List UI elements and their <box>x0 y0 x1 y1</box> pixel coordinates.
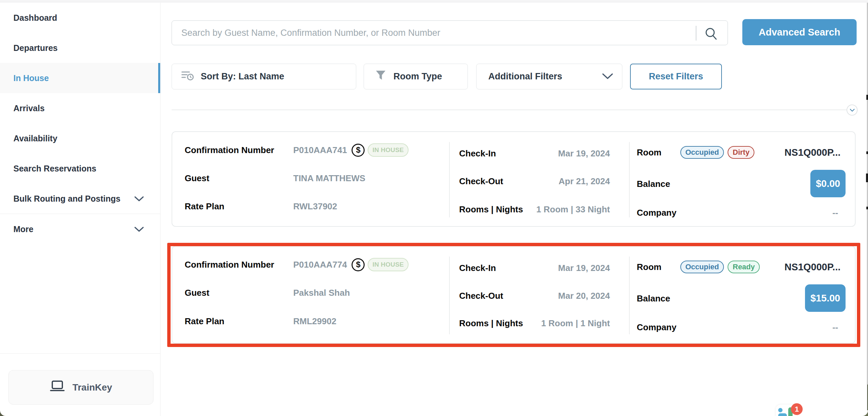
card-divider <box>449 257 450 334</box>
sidebar-item-arrivals[interactable]: Arrivals <box>0 93 160 123</box>
advanced-search-button[interactable]: Advanced Search <box>742 19 857 45</box>
trainkey-divider <box>0 353 160 354</box>
room-label: Room <box>637 262 661 272</box>
balance-button[interactable]: $0.00 <box>810 170 845 197</box>
additional-filters-button[interactable]: Additional Filters <box>476 64 622 89</box>
rate-plan-label: Rate Plan <box>185 201 224 212</box>
window-top-strip <box>0 0 868 2</box>
dirty-pill: Dirty <box>727 146 754 159</box>
sidebar-item-departures[interactable]: Departures <box>0 33 160 63</box>
trainkey-button[interactable]: TrainKey <box>8 370 154 405</box>
confirmation-number-value[interactable]: P010AAA741 <box>293 145 347 155</box>
balance-value: $15.00 <box>810 293 840 304</box>
rate-plan-value: RWL37902 <box>293 201 337 212</box>
room-status-pills: Occupied Dirty <box>680 146 754 159</box>
room-label: Room <box>637 148 661 158</box>
in-house-page: Dashboard Departures In House Arrivals A… <box>0 0 868 416</box>
room-status-pills: Occupied Ready <box>680 261 760 273</box>
guest-label: Guest <box>185 173 210 184</box>
advanced-search-label: Advanced Search <box>759 27 840 38</box>
sidebar-item-availability[interactable]: Availability <box>0 123 160 153</box>
ready-pill: Ready <box>727 261 760 273</box>
check-out-value: Apr 21, 2024 <box>559 176 610 187</box>
check-out-value: Mar 20, 2024 <box>558 291 610 301</box>
right-edge-fragment <box>866 173 868 182</box>
sidebar-item-label: Search Reservations <box>13 164 96 173</box>
chat-icon-blue-bar <box>778 413 787 416</box>
balance-label: Balance <box>637 293 670 304</box>
sidebar: Dashboard Departures In House Arrivals A… <box>0 3 160 416</box>
room-number-value[interactable]: NS1Q000P... <box>784 147 840 158</box>
confirmation-number-label: Confirmation Number <box>185 145 274 155</box>
search-separator <box>696 26 696 40</box>
confirmation-number-row: P010AAA774 $ IN HOUSE <box>293 258 408 271</box>
sidebar-item-label: In House <box>13 73 49 83</box>
results-divider <box>172 109 847 110</box>
additional-filters-label: Additional Filters <box>488 71 562 82</box>
rooms-nights-label: Rooms | Nights <box>459 204 523 215</box>
right-edge-fragment <box>866 207 868 209</box>
rate-plan-value: RML29902 <box>293 316 337 327</box>
company-label: Company <box>637 208 676 218</box>
check-in-value: Mar 19, 2024 <box>558 149 610 159</box>
chat-icon-blue-dot <box>778 408 782 412</box>
room-type-label: Room Type <box>394 71 442 82</box>
balance-label: Balance <box>637 179 670 189</box>
dollar-icon[interactable]: $ <box>351 258 365 271</box>
notification-badge[interactable]: 1 <box>791 403 803 415</box>
guest-value: TINA MATTHEWS <box>293 173 365 184</box>
sidebar-item-label: Bulk Routing and Postings <box>13 194 120 204</box>
sidebar-item-in-house[interactable]: In House <box>0 63 160 93</box>
chevron-down-icon <box>602 71 613 82</box>
sidebar-item-label: Departures <box>13 43 58 53</box>
chevron-down-icon <box>134 194 144 204</box>
window-corner-bottom-left <box>0 410 9 416</box>
reservation-card[interactable]: Confirmation Number P010AAA741 $ IN HOUS… <box>172 131 856 227</box>
occupied-pill: Occupied <box>680 146 724 159</box>
guest-label: Guest <box>185 288 210 298</box>
sidebar-item-dashboard[interactable]: Dashboard <box>0 3 160 33</box>
check-in-value: Mar 19, 2024 <box>558 263 610 273</box>
right-edge-fragment <box>866 151 868 154</box>
sidebar-item-search-reservations[interactable]: Search Reservations <box>0 153 160 184</box>
company-label: Company <box>637 322 676 332</box>
sidebar-item-label: Dashboard <box>13 13 57 23</box>
funnel-icon <box>375 69 387 84</box>
confirmation-number-label: Confirmation Number <box>185 260 274 270</box>
guest-value: Pakshal Shah <box>293 288 350 298</box>
right-edge-fragment <box>866 95 868 100</box>
company-value: -- <box>833 208 838 218</box>
search-bar <box>172 21 728 45</box>
occupied-pill: Occupied <box>680 261 724 273</box>
room-number-value[interactable]: NS1Q000P... <box>784 262 840 273</box>
room-type-button[interactable]: Room Type <box>364 64 468 89</box>
dollar-icon[interactable]: $ <box>351 144 365 157</box>
reservation-card-highlighted[interactable]: Confirmation Number P010AAA774 $ IN HOUS… <box>172 246 856 344</box>
sort-by-label: Sort By: Last Name <box>201 71 284 82</box>
company-value: -- <box>833 322 838 332</box>
laptop-icon <box>50 380 65 394</box>
search-icon[interactable] <box>704 27 718 42</box>
search-input[interactable] <box>181 21 677 45</box>
sidebar-item-label: Availability <box>13 134 57 143</box>
balance-value: $0.00 <box>816 178 840 189</box>
sort-by-button[interactable]: Sort By: Last Name <box>172 64 356 89</box>
card-divider <box>629 257 630 334</box>
check-in-label: Check-In <box>459 149 496 159</box>
reset-filters-button[interactable]: Reset Filters <box>630 64 722 89</box>
card-divider <box>629 142 630 217</box>
rooms-nights-label: Rooms | Nights <box>459 318 523 328</box>
rooms-nights-value: 1 Room | 33 Night <box>536 204 610 215</box>
notification-count: 1 <box>795 405 799 414</box>
collapse-chevron-button[interactable] <box>846 104 858 116</box>
confirmation-number-value[interactable]: P010AAA774 <box>293 260 347 270</box>
trainkey-label: TrainKey <box>72 382 112 393</box>
sidebar-item-more[interactable]: More <box>0 214 160 244</box>
reset-filters-label: Reset Filters <box>649 71 703 82</box>
rooms-nights-value: 1 Room | 1 Night <box>541 318 610 328</box>
in-house-status-badge: IN HOUSE <box>368 143 408 157</box>
confirmation-number-row: P010AAA741 $ IN HOUSE <box>293 143 408 157</box>
balance-button[interactable]: $15.00 <box>805 284 845 312</box>
sidebar-item-bulk-routing[interactable]: Bulk Routing and Postings <box>0 184 160 214</box>
window-corner-bottom-right <box>859 410 868 416</box>
